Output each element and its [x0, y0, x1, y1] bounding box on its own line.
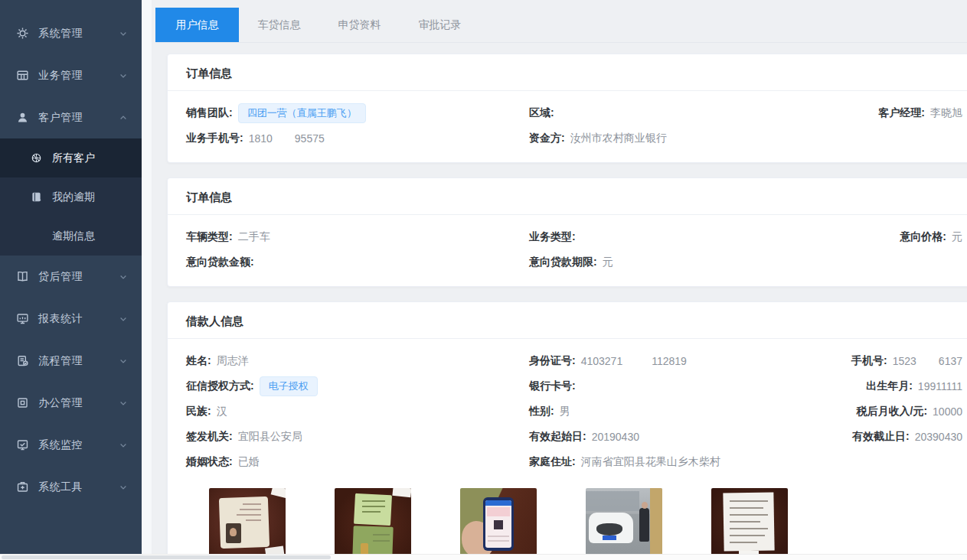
sidebar-item-report-statistics[interactable]: 报表统计 — [0, 298, 142, 340]
photo-id-card[interactable] — [209, 488, 286, 560]
sidebar-item-my-overdue[interactable]: 我的逾期 — [0, 177, 142, 217]
tab-approval-records[interactable]: 审批记录 — [400, 8, 480, 42]
field-marital-status: 婚姻状态: 已婚 — [186, 455, 529, 469]
sidebar-item-business-management[interactable]: 业务管理 — [0, 54, 142, 96]
sidebar-item-all-customers[interactable]: 所有客户 — [0, 138, 142, 177]
sidebar-item-label: 所有客户 — [52, 151, 95, 165]
document-icon — [15, 354, 29, 368]
tab-loan-application-docs[interactable]: 申贷资料 — [319, 8, 400, 42]
sidebar: 系统管理 业务管理 客户管理 所有客户 我的逾期 逾期信息 — [0, 0, 142, 560]
redaction-box — [273, 132, 294, 145]
chevron-down-icon — [119, 272, 128, 282]
sidebar-item-customer-management[interactable]: 客户管理 — [0, 96, 142, 138]
sidebar-item-system-tools[interactable]: 系统工具 — [0, 466, 142, 508]
customer-management-submenu: 所有客户 我的逾期 逾期信息 — [0, 138, 142, 256]
sidebar-item-office-management[interactable]: 办公管理 — [0, 382, 142, 424]
monitor-check-icon — [15, 438, 29, 452]
sidebar-item-label: 我的逾期 — [52, 190, 95, 204]
chevron-down-icon — [119, 29, 128, 38]
tab-user-info[interactable]: 用户信息 — [155, 8, 239, 42]
photo-driver-license[interactable] — [335, 488, 411, 560]
horizontal-scrollbar[interactable] — [0, 554, 967, 560]
sidebar-content-gap — [142, 0, 152, 560]
field-id-number: 身份证号: 4103271112819 — [529, 354, 851, 368]
field-vehicle-type: 车辆类型: 二手车 — [186, 230, 529, 244]
card-title: 订单信息 — [168, 54, 967, 90]
order-info-card-2: 订单信息 车辆类型: 二手车 业务类型: 意向价格: 元 意向贷款金额 — [167, 177, 967, 287]
sidebar-item-label: 系统管理 — [38, 27, 119, 41]
chevron-down-icon — [119, 483, 128, 492]
photo-credit-auth-screenshot[interactable] — [460, 488, 537, 560]
monitor-icon — [15, 312, 29, 326]
field-home-address: 家庭住址: 河南省宜阳县花果山乡木柴村 — [529, 455, 962, 469]
redaction-box — [917, 355, 938, 367]
tab-car-loan-info[interactable]: 车贷信息 — [239, 8, 319, 42]
wheel-icon — [31, 152, 43, 164]
field-intended-price: 意向价格: 元 — [900, 230, 962, 244]
gear-icon — [15, 27, 29, 41]
sidebar-item-overdue-info[interactable]: 逾期信息 — [0, 217, 142, 256]
square-icon — [15, 396, 29, 410]
sidebar-item-label: 报表统计 — [38, 312, 119, 326]
user-icon — [15, 111, 29, 125]
field-birth-date: 出生年月: 19911111 — [866, 379, 962, 393]
field-intended-loan-amount: 意向贷款金额: — [186, 256, 529, 269]
borrower-info-card: 借款人信息 姓名: 周志洋 身份证号: 4103271112819 手机号: 1… — [167, 301, 967, 560]
order-info-card-1: 订单信息 销售团队: 四团一营（直属王鹏飞） 区域: 客户经理: 李晓旭 — [167, 54, 967, 163]
chevron-up-icon — [119, 113, 128, 122]
card-title: 订单信息 — [168, 178, 967, 214]
field-sales-team: 销售团队: 四团一营（直属王鹏飞） — [186, 103, 529, 123]
field-gender: 性别: 男 — [529, 405, 857, 418]
field-business-phone: 业务手机号: 181095575 — [186, 132, 529, 145]
field-account-manager: 客户经理: 李晓旭 — [878, 106, 962, 120]
chevron-down-icon — [119, 441, 128, 450]
divider — [168, 214, 967, 215]
field-credit-auth: 征信授权方式: 电子授权 — [186, 376, 529, 396]
field-valid-to: 有效截止日: 20390430 — [852, 430, 962, 444]
sidebar-item-process-management[interactable]: 流程管理 — [0, 340, 142, 382]
chevron-down-icon — [119, 314, 128, 324]
field-ethnicity: 民族: 汉 — [186, 405, 529, 418]
field-bank-card: 银行卡号: — [529, 379, 866, 393]
sidebar-item-label: 系统工具 — [38, 480, 119, 494]
main-content: 用户信息 车贷信息 申贷资料 审批记录 订单信息 销售团队: 四团一营（直属王鹏… — [152, 0, 967, 560]
notebook-icon — [31, 191, 43, 203]
field-valid-from: 有效起始日: 20190430 — [529, 430, 852, 444]
field-monthly-income: 税后月收入/元: 10000 — [857, 405, 963, 418]
sidebar-item-label: 办公管理 — [38, 396, 119, 410]
sidebar-item-system-management[interactable]: 系统管理 — [0, 12, 142, 54]
redaction-box — [623, 355, 651, 367]
field-issuing-authority: 签发机关: 宜阳县公安局 — [186, 430, 529, 444]
sidebar-item-label: 逾期信息 — [52, 230, 95, 243]
chevron-down-icon — [119, 399, 128, 408]
photo-other-documents[interactable] — [711, 488, 788, 560]
table-icon — [15, 69, 29, 83]
toolbox-icon — [15, 480, 29, 494]
field-region: 区域: — [529, 106, 878, 120]
sidebar-item-label: 流程管理 — [38, 354, 119, 368]
field-funder: 资金方: 汝州市农村商业银行 — [529, 132, 962, 145]
divider — [168, 338, 967, 339]
field-mobile: 手机号: 15236137 — [851, 354, 962, 368]
sidebar-item-label: 业务管理 — [38, 69, 119, 83]
field-intended-loan-term: 意向贷款期限: 元 — [529, 256, 962, 269]
photo-row: 身份证 驾驶证照片 — [168, 485, 967, 560]
sidebar-item-label: 贷后管理 — [38, 270, 119, 284]
sales-team-tag[interactable]: 四团一营（直属王鹏飞） — [238, 103, 366, 123]
field-business-type: 业务类型: — [529, 230, 900, 244]
sidebar-item-system-monitor[interactable]: 系统监控 — [0, 424, 142, 466]
sidebar-item-label: 系统监控 — [38, 438, 119, 452]
detail-tabbar: 用户信息 车贷信息 申贷资料 审批记录 — [155, 8, 967, 43]
credit-auth-tag: 电子授权 — [260, 376, 318, 396]
sidebar-item-label: 客户管理 — [38, 111, 119, 125]
photo-person-with-car[interactable] — [586, 488, 662, 560]
chevron-down-icon — [119, 71, 128, 80]
chevron-down-icon — [119, 357, 128, 366]
field-name: 姓名: 周志洋 — [186, 354, 529, 368]
sidebar-item-postloan-management[interactable]: 贷后管理 — [0, 256, 142, 298]
open-book-icon — [15, 270, 29, 284]
scrollbar-thumb[interactable] — [2, 555, 331, 559]
card-title: 借款人信息 — [168, 302, 967, 338]
divider — [168, 90, 967, 91]
